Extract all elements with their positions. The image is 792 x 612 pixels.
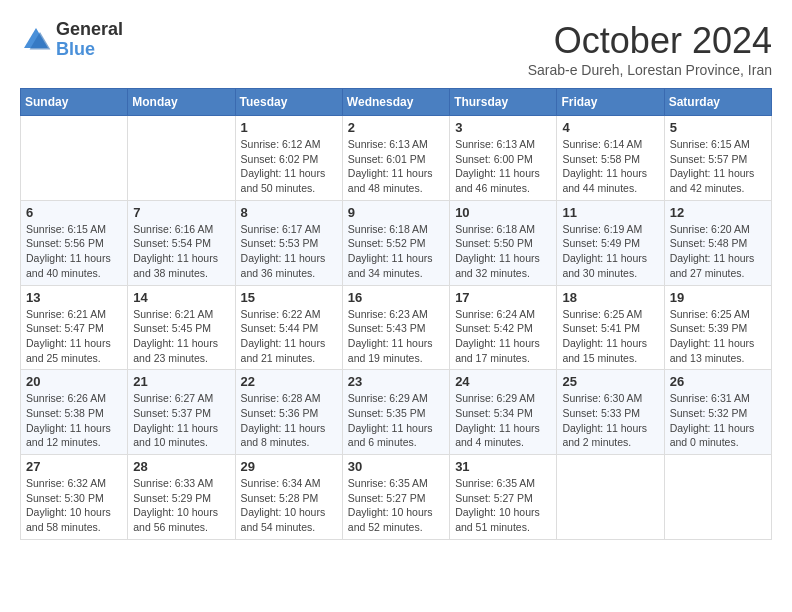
calendar-cell: 12Sunrise: 6:20 AMSunset: 5:48 PMDayligh… [664,200,771,285]
month-title: October 2024 [528,20,772,62]
day-info: Sunrise: 6:20 AMSunset: 5:48 PMDaylight:… [670,222,766,281]
day-info: Sunrise: 6:28 AMSunset: 5:36 PMDaylight:… [241,391,337,450]
sunrise-text: Sunrise: 6:18 AM [455,222,551,237]
sunrise-text: Sunrise: 6:34 AM [241,476,337,491]
day-number: 19 [670,290,766,305]
sunset-text: Sunset: 5:44 PM [241,321,337,336]
calendar-cell: 18Sunrise: 6:25 AMSunset: 5:41 PMDayligh… [557,285,664,370]
sunset-text: Sunset: 5:54 PM [133,236,229,251]
daylight-text: Daylight: 11 hours and 2 minutes. [562,421,658,450]
calendar-week-1: 1Sunrise: 6:12 AMSunset: 6:02 PMDaylight… [21,116,772,201]
calendar-cell: 28Sunrise: 6:33 AMSunset: 5:29 PMDayligh… [128,455,235,540]
day-info: Sunrise: 6:22 AMSunset: 5:44 PMDaylight:… [241,307,337,366]
daylight-text: Daylight: 11 hours and 42 minutes. [670,166,766,195]
sunset-text: Sunset: 5:58 PM [562,152,658,167]
daylight-text: Daylight: 11 hours and 19 minutes. [348,336,444,365]
calendar-cell: 13Sunrise: 6:21 AMSunset: 5:47 PMDayligh… [21,285,128,370]
sunset-text: Sunset: 5:53 PM [241,236,337,251]
calendar-body: 1Sunrise: 6:12 AMSunset: 6:02 PMDaylight… [21,116,772,540]
day-info: Sunrise: 6:16 AMSunset: 5:54 PMDaylight:… [133,222,229,281]
calendar-cell: 9Sunrise: 6:18 AMSunset: 5:52 PMDaylight… [342,200,449,285]
calendar-cell: 6Sunrise: 6:15 AMSunset: 5:56 PMDaylight… [21,200,128,285]
day-info: Sunrise: 6:34 AMSunset: 5:28 PMDaylight:… [241,476,337,535]
weekday-header-thursday: Thursday [450,89,557,116]
calendar-cell: 23Sunrise: 6:29 AMSunset: 5:35 PMDayligh… [342,370,449,455]
day-number: 26 [670,374,766,389]
daylight-text: Daylight: 11 hours and 46 minutes. [455,166,551,195]
day-info: Sunrise: 6:21 AMSunset: 5:45 PMDaylight:… [133,307,229,366]
sunset-text: Sunset: 5:35 PM [348,406,444,421]
day-number: 5 [670,120,766,135]
sunrise-text: Sunrise: 6:17 AM [241,222,337,237]
day-number: 21 [133,374,229,389]
calendar-cell: 30Sunrise: 6:35 AMSunset: 5:27 PMDayligh… [342,455,449,540]
day-number: 12 [670,205,766,220]
calendar-cell: 25Sunrise: 6:30 AMSunset: 5:33 PMDayligh… [557,370,664,455]
day-info: Sunrise: 6:14 AMSunset: 5:58 PMDaylight:… [562,137,658,196]
calendar-cell: 2Sunrise: 6:13 AMSunset: 6:01 PMDaylight… [342,116,449,201]
sunrise-text: Sunrise: 6:35 AM [348,476,444,491]
day-number: 4 [562,120,658,135]
sunset-text: Sunset: 6:00 PM [455,152,551,167]
day-info: Sunrise: 6:29 AMSunset: 5:34 PMDaylight:… [455,391,551,450]
calendar-week-4: 20Sunrise: 6:26 AMSunset: 5:38 PMDayligh… [21,370,772,455]
calendar-cell: 26Sunrise: 6:31 AMSunset: 5:32 PMDayligh… [664,370,771,455]
day-number: 13 [26,290,122,305]
day-number: 18 [562,290,658,305]
calendar-cell: 17Sunrise: 6:24 AMSunset: 5:42 PMDayligh… [450,285,557,370]
daylight-text: Daylight: 11 hours and 36 minutes. [241,251,337,280]
calendar-cell: 16Sunrise: 6:23 AMSunset: 5:43 PMDayligh… [342,285,449,370]
daylight-text: Daylight: 11 hours and 12 minutes. [26,421,122,450]
sunset-text: Sunset: 6:02 PM [241,152,337,167]
sunset-text: Sunset: 5:56 PM [26,236,122,251]
day-info: Sunrise: 6:24 AMSunset: 5:42 PMDaylight:… [455,307,551,366]
daylight-text: Daylight: 11 hours and 32 minutes. [455,251,551,280]
day-info: Sunrise: 6:13 AMSunset: 6:00 PMDaylight:… [455,137,551,196]
day-number: 6 [26,205,122,220]
sunrise-text: Sunrise: 6:13 AM [455,137,551,152]
logo-line1: General [56,20,123,40]
weekday-header-saturday: Saturday [664,89,771,116]
sunset-text: Sunset: 5:52 PM [348,236,444,251]
calendar-cell: 19Sunrise: 6:25 AMSunset: 5:39 PMDayligh… [664,285,771,370]
sunset-text: Sunset: 5:30 PM [26,491,122,506]
logo-line2: Blue [56,40,123,60]
day-number: 17 [455,290,551,305]
calendar-cell: 8Sunrise: 6:17 AMSunset: 5:53 PMDaylight… [235,200,342,285]
sunrise-text: Sunrise: 6:30 AM [562,391,658,406]
day-number: 14 [133,290,229,305]
sunset-text: Sunset: 6:01 PM [348,152,444,167]
day-info: Sunrise: 6:21 AMSunset: 5:47 PMDaylight:… [26,307,122,366]
weekday-header-sunday: Sunday [21,89,128,116]
calendar-cell: 11Sunrise: 6:19 AMSunset: 5:49 PMDayligh… [557,200,664,285]
daylight-text: Daylight: 11 hours and 25 minutes. [26,336,122,365]
calendar-cell: 5Sunrise: 6:15 AMSunset: 5:57 PMDaylight… [664,116,771,201]
sunrise-text: Sunrise: 6:27 AM [133,391,229,406]
location-subtitle: Sarab-e Dureh, Lorestan Province, Iran [528,62,772,78]
calendar-cell [664,455,771,540]
calendar-week-2: 6Sunrise: 6:15 AMSunset: 5:56 PMDaylight… [21,200,772,285]
calendar-cell: 20Sunrise: 6:26 AMSunset: 5:38 PMDayligh… [21,370,128,455]
sunrise-text: Sunrise: 6:12 AM [241,137,337,152]
calendar-cell [128,116,235,201]
sunrise-text: Sunrise: 6:19 AM [562,222,658,237]
day-info: Sunrise: 6:19 AMSunset: 5:49 PMDaylight:… [562,222,658,281]
sunset-text: Sunset: 5:37 PM [133,406,229,421]
sunset-text: Sunset: 5:39 PM [670,321,766,336]
day-number: 15 [241,290,337,305]
daylight-text: Daylight: 11 hours and 34 minutes. [348,251,444,280]
day-number: 25 [562,374,658,389]
day-info: Sunrise: 6:29 AMSunset: 5:35 PMDaylight:… [348,391,444,450]
sunset-text: Sunset: 5:42 PM [455,321,551,336]
sunrise-text: Sunrise: 6:33 AM [133,476,229,491]
day-number: 22 [241,374,337,389]
calendar-cell: 22Sunrise: 6:28 AMSunset: 5:36 PMDayligh… [235,370,342,455]
daylight-text: Daylight: 11 hours and 48 minutes. [348,166,444,195]
sunset-text: Sunset: 5:50 PM [455,236,551,251]
calendar-week-5: 27Sunrise: 6:32 AMSunset: 5:30 PMDayligh… [21,455,772,540]
day-number: 1 [241,120,337,135]
day-number: 29 [241,459,337,474]
daylight-text: Daylight: 11 hours and 17 minutes. [455,336,551,365]
day-number: 28 [133,459,229,474]
day-info: Sunrise: 6:26 AMSunset: 5:38 PMDaylight:… [26,391,122,450]
